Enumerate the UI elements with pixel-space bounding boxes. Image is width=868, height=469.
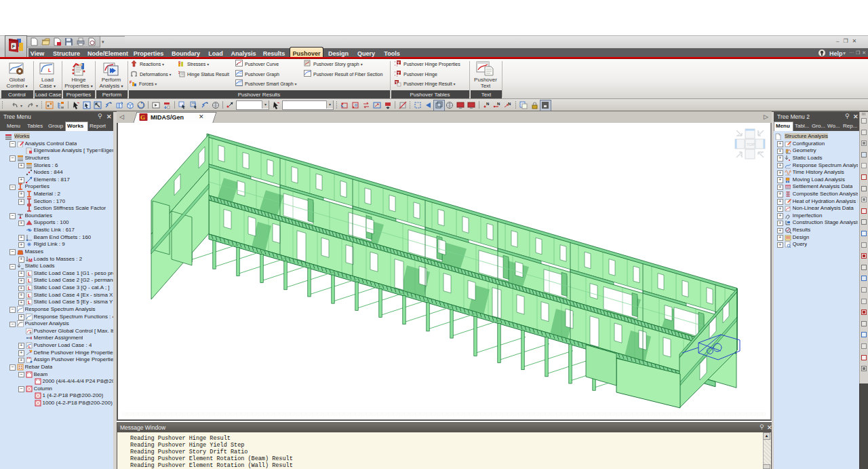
svg-text:N: N — [497, 102, 500, 106]
svg-text:M: M — [28, 258, 33, 263]
svg-text:L: L — [28, 286, 31, 290]
svg-text:TOP: TOP — [747, 143, 755, 147]
svg-text:F: F — [130, 80, 132, 84]
svg-text:L: L — [28, 300, 31, 305]
svg-text:q: q — [178, 60, 180, 64]
svg-text:L: L — [28, 271, 31, 276]
svg-text:L: L — [28, 278, 31, 283]
svg-text:G: G — [140, 114, 145, 121]
svg-text:F: F — [12, 44, 16, 49]
svg-text:L: L — [28, 293, 31, 298]
svg-text:N: N — [486, 102, 489, 106]
svg-text:L: L — [48, 68, 52, 73]
svg-text:N: N — [508, 102, 511, 106]
